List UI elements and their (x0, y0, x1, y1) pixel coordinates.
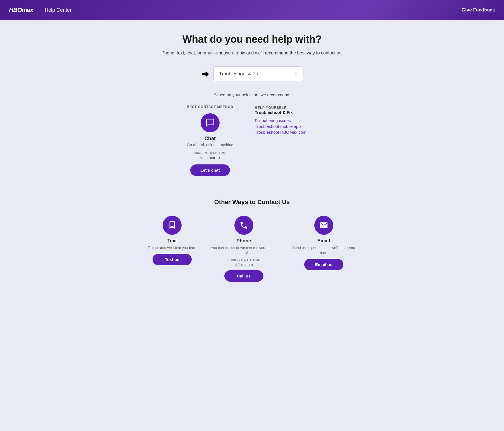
text-description: Text us and we'll text you back (148, 245, 196, 250)
header: HBOmax Help Center Give Feedback (0, 0, 504, 20)
best-contact-method: BEST CONTACT METHOD Chat Go ahead, ask u… (182, 105, 238, 176)
recommendation-grid: BEST CONTACT METHOD Chat Go ahead, ask u… (147, 105, 357, 176)
chat-icon-circle (201, 113, 220, 132)
chat-wait-label: CURRENT WAIT TIME (194, 152, 227, 155)
phone-contact-item: Phone You can call us or we can call you… (208, 216, 279, 282)
text-icon-circle (163, 216, 182, 235)
section-divider (147, 187, 357, 187)
help-link-hbomax[interactable]: Troubleshoot HBOMax.com (255, 130, 322, 135)
phone-wait-value: < 1 minute (235, 262, 253, 267)
header-help-center: Help Center (45, 7, 72, 13)
phone-title: Phone (237, 238, 251, 244)
logo-hbo: HBO (9, 6, 22, 13)
text-message-icon (168, 221, 177, 230)
topic-dropdown[interactable]: Troubleshoot & Fix Billing & Payments Ac… (213, 66, 303, 81)
chat-description: Go ahead, ask us anything (187, 143, 234, 147)
chat-icon (205, 118, 215, 128)
help-yourself-label: HELP YOURSELF (255, 106, 286, 110)
recommendation-label: Based on your selection, we recommend: (147, 92, 357, 97)
text-title: Text (167, 238, 177, 244)
help-links: Fix buffering issues Troubleshoot mobile… (255, 118, 322, 135)
text-contact-item: Text Text us and we'll text you back Tex… (147, 216, 197, 282)
chat-wait-value: < 1 minute (200, 155, 220, 160)
logo-max: max (22, 6, 33, 13)
header-left: HBOmax Help Center (9, 6, 72, 14)
other-ways-title: Other Ways to Contact Us (147, 198, 357, 206)
email-icon-circle (314, 216, 333, 235)
email-icon (319, 221, 328, 230)
page-subtitle: Phone, text, chat, or email--choose a to… (147, 50, 357, 56)
email-us-button[interactable]: Email us (304, 259, 343, 270)
email-description: Send us a question and we'll email you b… (290, 245, 357, 255)
hbomax-logo: HBOmax (9, 6, 33, 14)
help-link-buffering[interactable]: Fix buffering issues (255, 118, 322, 123)
lets-chat-button[interactable]: Let's chat (190, 164, 230, 176)
phone-icon (239, 221, 248, 230)
help-link-mobile[interactable]: Troubleshoot mobile app (255, 124, 322, 129)
phone-description: You can call us or we can call you--supe… (208, 245, 279, 255)
give-feedback-button[interactable]: Give Feedback (462, 7, 495, 13)
page-title: What do you need help with? (147, 33, 357, 45)
call-us-button[interactable]: Call us (224, 270, 263, 282)
help-yourself-title: Troubleshoot & Fix (255, 110, 322, 115)
header-divider (39, 6, 39, 14)
text-us-button[interactable]: Text us (153, 254, 192, 265)
arrow-right-icon: ➜ (201, 69, 209, 79)
help-yourself-section: HELP YOURSELF Troubleshoot & Fix Fix buf… (255, 105, 322, 176)
phone-icon-circle (234, 216, 253, 235)
logo-text: HBOmax (9, 6, 33, 14)
chat-title: Chat (205, 136, 216, 142)
other-ways-grid: Text Text us and we'll text you back Tex… (147, 216, 357, 282)
phone-wait-label: CURRENT WAIT TIME (227, 259, 260, 262)
dropdown-row: ➜ Troubleshoot & Fix Billing & Payments … (147, 66, 357, 81)
email-title: Email (317, 238, 330, 244)
main-content: What do you need help with? Phone, text,… (140, 20, 364, 300)
best-contact-label: BEST CONTACT METHOD (187, 105, 234, 109)
email-contact-item: Email Send us a question and we'll email… (290, 216, 357, 282)
